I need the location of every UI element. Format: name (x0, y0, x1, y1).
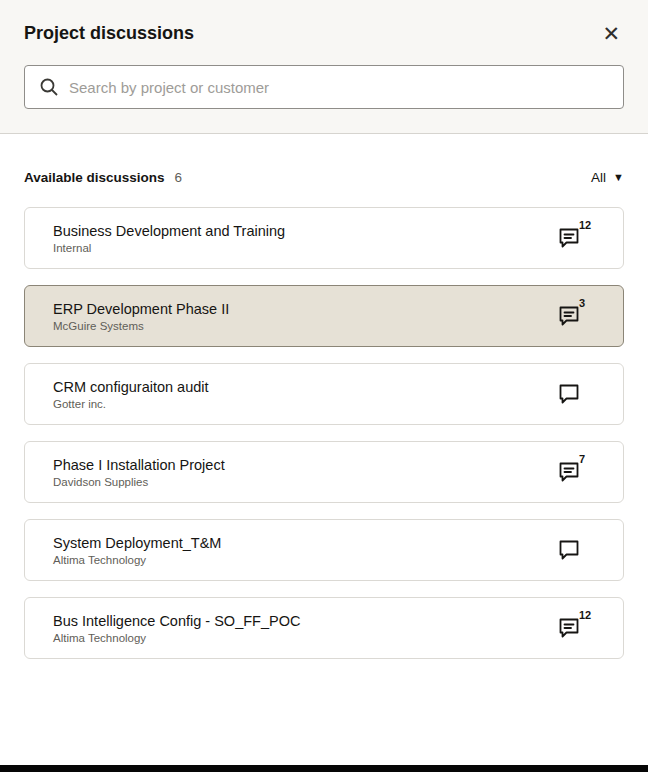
discussion-title: Bus Intelligence Config - SO_FF_POC (53, 613, 300, 629)
chat-icon: 7 (557, 460, 581, 484)
close-button[interactable]: ✕ (598, 21, 624, 46)
bubble-lines (565, 313, 574, 317)
chat-icon: 12 (557, 616, 581, 640)
message-count: 7 (579, 453, 585, 465)
bottom-bar (0, 765, 648, 772)
discussion-count: 6 (175, 170, 183, 185)
modal-header: Project discussions ✕ (0, 0, 648, 134)
message-count: 12 (579, 219, 591, 231)
discussion-customer: Internal (53, 242, 285, 254)
discussion-customer: McGuire Systems (53, 320, 229, 332)
chat-icon (557, 382, 581, 406)
discussion-card[interactable]: CRM configuraiton audit Gotter inc. (24, 363, 624, 425)
discussion-card[interactable]: Business Development and Training Intern… (24, 207, 624, 269)
filter-label: All (591, 170, 606, 185)
bubble-lines (565, 469, 574, 473)
bubble-lines (565, 235, 574, 239)
message-count: 3 (579, 297, 585, 309)
search-input[interactable] (24, 65, 624, 109)
search-box (24, 65, 624, 109)
filter-dropdown[interactable]: All ▼ (591, 170, 624, 185)
discussion-title: CRM configuraiton audit (53, 379, 209, 395)
bubble-lines (565, 625, 574, 629)
discussion-card[interactable]: System Deployment_T&M Altima Technology (24, 519, 624, 581)
available-discussions-label: Available discussions (24, 170, 165, 185)
discussion-title: Business Development and Training (53, 223, 285, 239)
discussion-title: ERP Development Phase II (53, 301, 229, 317)
discussion-customer: Altima Technology (53, 632, 300, 644)
discussion-card[interactable]: Phase I Installation Project Davidson Su… (24, 441, 624, 503)
discussion-customer: Davidson Supplies (53, 476, 225, 488)
page-title: Project discussions (24, 23, 194, 44)
discussion-card[interactable]: Bus Intelligence Config - SO_FF_POC Alti… (24, 597, 624, 659)
discussion-card[interactable]: ERP Development Phase II McGuire Systems… (24, 285, 624, 347)
discussion-customer: Gotter inc. (53, 398, 209, 410)
message-count: 12 (579, 609, 591, 621)
list-header: Available discussions 6 All ▼ (24, 170, 624, 185)
discussion-list: Business Development and Training Intern… (24, 207, 624, 659)
discussion-title: Phase I Installation Project (53, 457, 225, 473)
discussion-customer: Altima Technology (53, 554, 221, 566)
chat-icon (557, 538, 581, 562)
chat-icon: 3 (557, 304, 581, 328)
discussion-title: System Deployment_T&M (53, 535, 221, 551)
close-icon: ✕ (602, 22, 620, 45)
modal-body: Available discussions 6 All ▼ Business D… (0, 170, 648, 659)
chevron-down-icon: ▼ (613, 172, 624, 183)
chat-icon: 12 (557, 226, 581, 250)
